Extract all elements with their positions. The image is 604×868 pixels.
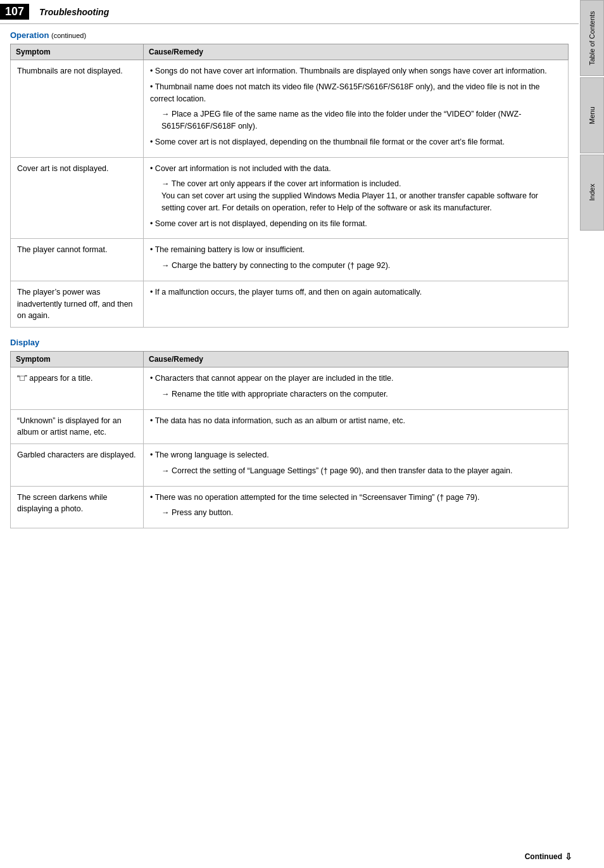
symptom-cell: The player’s power was inadvertently tur… <box>11 281 144 327</box>
symptom-cell: Garbled characters are displayed. <box>11 444 144 487</box>
list-item: The wrong language is selected. <box>150 449 562 461</box>
list-item: Some cover art is not displayed, dependi… <box>150 136 562 148</box>
operation-table: Symptom Cause/Remedy Thumbnails are not … <box>10 44 569 328</box>
page-header: 107 Troubleshooting <box>0 0 579 24</box>
display-col-symptom: Symptom <box>11 352 144 367</box>
list-item: Correct the setting of “Language Setting… <box>150 465 562 477</box>
operation-col-symptom: Symptom <box>11 44 144 60</box>
table-row: “Unknown” is displayed for an album or a… <box>11 409 569 444</box>
footer-label: Continued <box>525 852 562 861</box>
cause-cell: The wrong language is selected.Correct t… <box>144 444 569 487</box>
footer: Continued ⇩ <box>525 852 572 862</box>
table-row: “□” appears for a title. Characters that… <box>11 367 569 410</box>
list-item: The remaining battery is low or insuffic… <box>150 244 562 256</box>
footer-arrow-icon: ⇩ <box>565 852 572 862</box>
list-item: Characters that cannot appear on the pla… <box>150 373 562 385</box>
table-row: Cover art is not displayed. Cover art in… <box>11 157 569 239</box>
side-tabs: Table of Contents Menu Index <box>580 0 604 231</box>
operation-col-cause: Cause/Remedy <box>144 44 569 60</box>
table-row: The screen darkens while displaying a ph… <box>11 486 569 528</box>
display-section-heading: Display <box>10 338 569 347</box>
list-item: Place a JPEG file of the same name as th… <box>150 108 562 132</box>
cause-cell: The data has no data information, such a… <box>144 409 569 444</box>
table-row: Garbled characters are displayed. The wr… <box>11 444 569 487</box>
symptom-cell: The screen darkens while displaying a ph… <box>11 486 144 528</box>
cause-cell: There was no operation attempted for the… <box>144 486 569 528</box>
cause-cell: Characters that cannot appear on the pla… <box>144 367 569 410</box>
display-col-cause: Cause/Remedy <box>144 352 569 367</box>
symptom-cell: “Unknown” is displayed for an album or a… <box>11 409 144 444</box>
list-item: Charge the battery by connecting to the … <box>150 260 562 272</box>
table-row: Thumbnails are not displayed. Songs do n… <box>11 60 569 158</box>
page-title: Troubleshooting <box>39 7 109 17</box>
symptom-cell: The player cannot format. <box>11 239 144 281</box>
list-item: Some cover art is not displayed, dependi… <box>150 218 562 230</box>
display-table: Symptom Cause/Remedy “□” appears for a t… <box>10 351 569 528</box>
symptom-cell: “□” appears for a title. <box>11 367 144 410</box>
tab-menu[interactable]: Menu <box>580 77 604 153</box>
symptom-cell: Cover art is not displayed. <box>11 157 144 239</box>
cause-cell: If a malfunction occurs, the player turn… <box>144 281 569 327</box>
page-number: 107 <box>0 4 29 20</box>
cause-cell: Songs do not have cover art information.… <box>144 60 569 158</box>
table-row: The player cannot format. The remaining … <box>11 239 569 281</box>
list-item: Press any button. <box>150 507 562 519</box>
list-item: The data has no data information, such a… <box>150 415 562 427</box>
table-row: The player’s power was inadvertently tur… <box>11 281 569 327</box>
list-item: The cover art only appears if the cover … <box>150 178 562 214</box>
cause-cell: Cover art information is not included wi… <box>144 157 569 239</box>
operation-section-heading: Operation (continued) <box>10 30 569 40</box>
list-item: If a malfunction occurs, the player turn… <box>150 286 562 298</box>
symptom-cell: Thumbnails are not displayed. <box>11 60 144 158</box>
list-item: Songs do not have cover art information.… <box>150 65 562 77</box>
cause-cell: The remaining battery is low or insuffic… <box>144 239 569 281</box>
tab-table-of-contents[interactable]: Table of Contents <box>580 0 604 76</box>
main-content: Operation (continued) Symptom Cause/Reme… <box>0 30 576 528</box>
list-item: Rename the title with appropriate charac… <box>150 388 562 400</box>
list-item: Cover art information is not included wi… <box>150 163 562 175</box>
tab-index[interactable]: Index <box>580 155 604 231</box>
list-item: Thumbnail name does not match its video … <box>150 81 562 105</box>
list-item: There was no operation attempted for the… <box>150 492 562 504</box>
